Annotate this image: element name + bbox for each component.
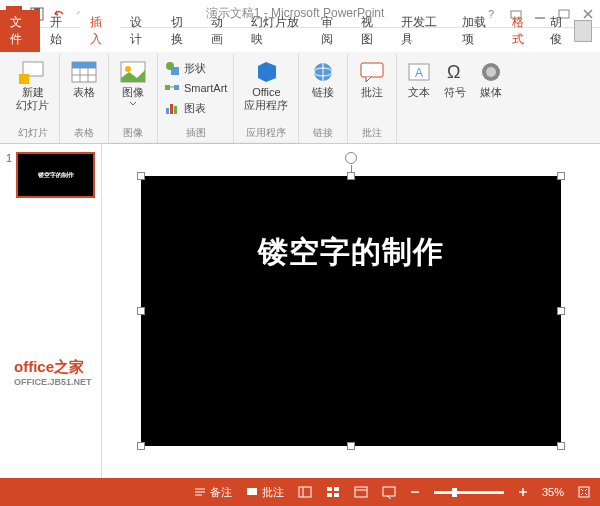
- tab-transitions[interactable]: 切换: [161, 10, 201, 52]
- link-button[interactable]: 链接: [305, 58, 341, 101]
- svg-text:A: A: [415, 66, 423, 80]
- symbol-button[interactable]: Ω 符号: [439, 58, 471, 101]
- table-button[interactable]: 表格: [66, 58, 102, 101]
- fit-window-icon[interactable]: [578, 486, 590, 498]
- media-button[interactable]: 媒体: [475, 58, 507, 101]
- svg-rect-62: [579, 487, 589, 497]
- media-icon: [479, 60, 503, 84]
- image-icon: [119, 60, 147, 84]
- tab-developer[interactable]: 开发工具: [391, 10, 451, 52]
- notes-icon: [194, 486, 206, 498]
- slide-shape: 镂空字的制作: [141, 176, 561, 446]
- tab-addins[interactable]: 加载项: [452, 10, 502, 52]
- svg-rect-20: [165, 85, 170, 90]
- slide-title-text: 镂空字的制作: [258, 232, 444, 273]
- svg-rect-29: [361, 63, 383, 77]
- svg-rect-54: [334, 493, 339, 497]
- svg-rect-23: [166, 108, 169, 114]
- office-apps-icon: [252, 60, 280, 84]
- new-slide-icon: [19, 60, 47, 84]
- svg-rect-15: [72, 62, 96, 68]
- tab-animations[interactable]: 动画: [201, 10, 241, 52]
- svg-rect-9: [19, 74, 29, 84]
- selected-shape[interactable]: 镂空字的制作: [141, 176, 561, 446]
- svg-rect-24: [170, 104, 173, 114]
- tab-file[interactable]: 文件: [0, 10, 40, 52]
- group-apps: Office 应用程序 应用程序: [234, 54, 299, 143]
- resize-handle-br[interactable]: [557, 442, 565, 450]
- notes-button[interactable]: 备注: [194, 485, 232, 500]
- resize-handle-mr[interactable]: [557, 307, 565, 315]
- tab-design[interactable]: 设计: [120, 10, 160, 52]
- tab-home[interactable]: 开始: [40, 10, 80, 52]
- svg-rect-19: [171, 67, 179, 75]
- slideshow-view-icon[interactable]: [382, 485, 396, 499]
- zoom-slider[interactable]: [434, 491, 504, 494]
- link-icon: [309, 60, 337, 84]
- svg-text:Ω: Ω: [447, 62, 460, 82]
- resize-handle-bm[interactable]: [347, 442, 355, 450]
- symbol-icon: Ω: [443, 60, 467, 84]
- zoom-in-icon[interactable]: [518, 487, 528, 497]
- group-tables: 表格 表格: [60, 54, 109, 143]
- resize-handle-ml[interactable]: [137, 307, 145, 315]
- chart-icon: [164, 100, 180, 116]
- tab-view[interactable]: 视图: [351, 10, 391, 52]
- sorter-view-icon[interactable]: [326, 485, 340, 499]
- textbox-button[interactable]: A 文本: [403, 58, 435, 101]
- ribbon-tabs: 文件 开始 插入 设计 切换 动画 幻灯片放映 审阅 视图 开发工具 加载项 格…: [0, 28, 600, 52]
- group-links: 链接 链接: [299, 54, 348, 143]
- avatar: [574, 20, 592, 42]
- user-account[interactable]: 胡俊: [542, 10, 600, 52]
- tab-slideshow[interactable]: 幻灯片放映: [241, 10, 311, 52]
- group-slides: 新建 幻灯片 幻灯片: [6, 54, 60, 143]
- svg-rect-55: [355, 487, 367, 497]
- group-text: A 文本 Ω 符号 媒体: [397, 54, 513, 143]
- user-name-label: 胡俊: [550, 14, 570, 48]
- reading-view-icon[interactable]: [354, 485, 368, 499]
- resize-handle-tl[interactable]: [137, 172, 145, 180]
- dropdown-arrow-icon: [129, 101, 137, 107]
- svg-rect-51: [327, 487, 332, 491]
- comment-button[interactable]: 批注: [354, 58, 390, 101]
- smartart-button[interactable]: SmartArt: [164, 80, 227, 96]
- resize-handle-bl[interactable]: [137, 442, 145, 450]
- group-comments: 批注 批注: [348, 54, 397, 143]
- svg-rect-21: [174, 85, 179, 90]
- tab-format[interactable]: 格式: [502, 10, 542, 52]
- comments-button[interactable]: 批注: [246, 485, 284, 500]
- svg-rect-53: [327, 493, 332, 497]
- workspace: 1 镂空字的制作 镂空字的制作: [0, 144, 600, 478]
- svg-rect-52: [334, 487, 339, 491]
- zoom-out-icon[interactable]: [410, 487, 420, 497]
- zoom-slider-thumb[interactable]: [452, 488, 457, 497]
- svg-rect-57: [383, 487, 395, 496]
- normal-view-icon[interactable]: [298, 485, 312, 499]
- zoom-level[interactable]: 35%: [542, 486, 564, 498]
- svg-rect-25: [174, 106, 177, 114]
- tab-review[interactable]: 审阅: [311, 10, 351, 52]
- slide-thumbnail-panel: 1 镂空字的制作: [0, 144, 102, 478]
- resize-handle-tr[interactable]: [557, 172, 565, 180]
- slide-canvas[interactable]: 镂空字的制作: [102, 144, 600, 478]
- office-apps-button[interactable]: Office 应用程序: [240, 58, 292, 114]
- svg-point-17: [125, 66, 131, 72]
- svg-rect-49: [299, 487, 311, 497]
- new-slide-button[interactable]: 新建 幻灯片: [12, 58, 53, 114]
- svg-rect-8: [23, 62, 43, 76]
- statusbar: 备注 批注 35%: [0, 478, 600, 506]
- resize-handle-tm[interactable]: [347, 172, 355, 180]
- comment-icon: [358, 60, 386, 84]
- slide-thumbnail[interactable]: 1 镂空字的制作: [6, 152, 95, 198]
- image-button[interactable]: 图像: [115, 58, 151, 109]
- table-icon: [70, 60, 98, 84]
- chart-button[interactable]: 图表: [164, 100, 227, 116]
- ribbon: 新建 幻灯片 幻灯片 表格 表格 图像 图像 形状 SmartArt: [0, 52, 600, 144]
- svg-point-34: [486, 67, 496, 77]
- shapes-button[interactable]: 形状: [164, 60, 227, 76]
- smartart-icon: [164, 80, 180, 96]
- svg-rect-48: [247, 488, 257, 495]
- group-illustrations: 形状 SmartArt 图表 插图: [158, 54, 234, 143]
- tab-insert[interactable]: 插入: [80, 10, 120, 52]
- rotation-handle[interactable]: [345, 152, 357, 164]
